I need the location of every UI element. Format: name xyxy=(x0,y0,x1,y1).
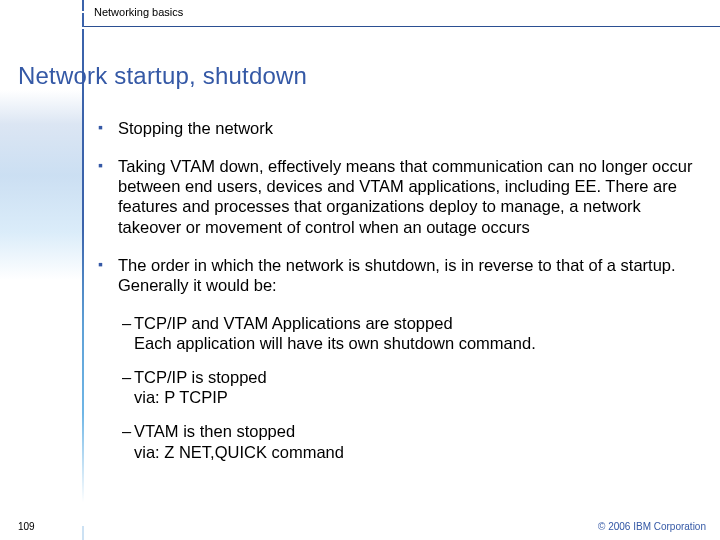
sub-item: – TCP/IP and VTAM Applications are stopp… xyxy=(98,313,696,353)
slide-title: Network startup, shutdown xyxy=(18,62,307,90)
bullet-text: Taking VTAM down, effectively means that… xyxy=(118,157,692,235)
sub-line2: via: P TCPIP xyxy=(134,387,696,407)
sub-item: – VTAM is then stopped via: Z NET,QUICK … xyxy=(98,421,696,461)
header-label: Networking basics xyxy=(94,6,183,18)
slide: Networking basics Network startup, shutd… xyxy=(0,0,720,540)
content-area: Stopping the network Taking VTAM down, e… xyxy=(98,118,696,476)
sub-line2: via: Z NET,QUICK command xyxy=(134,442,696,462)
page-number: 109 xyxy=(18,521,35,532)
dash-icon: – xyxy=(122,421,131,441)
header-underline xyxy=(84,26,720,27)
sub-line1: TCP/IP is stopped xyxy=(134,368,267,386)
header-tick-lower xyxy=(82,13,84,27)
bullet-text: The order in which the network is shutdo… xyxy=(118,256,676,294)
side-gradient-band xyxy=(0,90,82,280)
sub-item: – TCP/IP is stopped via: P TCPIP xyxy=(98,367,696,407)
copyright: © 2006 IBM Corporation xyxy=(598,521,706,532)
footer-tick xyxy=(82,526,84,540)
sub-line2: Each application will have its own shutd… xyxy=(134,333,696,353)
dash-icon: – xyxy=(122,313,131,333)
sub-line1: TCP/IP and VTAM Applications are stopped xyxy=(134,314,453,332)
vertical-rule xyxy=(82,29,84,522)
bullet-item: Taking VTAM down, effectively means that… xyxy=(98,156,696,237)
dash-icon: – xyxy=(122,367,131,387)
bullet-text: Stopping the network xyxy=(118,119,273,137)
bullet-item: The order in which the network is shutdo… xyxy=(98,255,696,295)
header-tick-upper xyxy=(82,0,84,11)
header-bar: Networking basics xyxy=(0,0,720,30)
bullet-item: Stopping the network xyxy=(98,118,696,138)
sub-line1: VTAM is then stopped xyxy=(134,422,295,440)
